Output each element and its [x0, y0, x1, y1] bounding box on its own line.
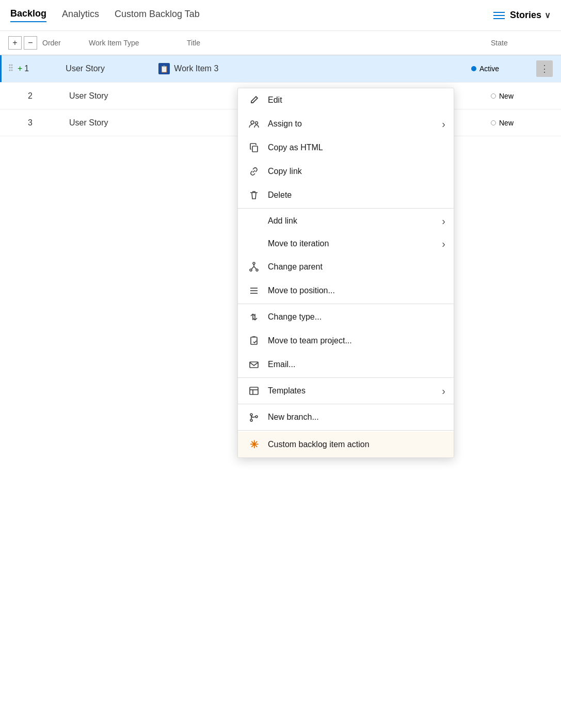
cell-state: Active: [471, 65, 533, 73]
cell-state: New: [491, 119, 553, 127]
svg-point-10: [250, 269, 252, 271]
nav-backlog[interactable]: Backlog: [10, 8, 46, 22]
svg-rect-16: [250, 362, 258, 368]
menu-item-edit[interactable]: Edit: [238, 88, 454, 112]
column-header-state: State: [491, 39, 553, 47]
svg-point-6: [251, 121, 254, 124]
clipboard-move-icon: [248, 336, 260, 346]
stories-dropdown-button[interactable]: Stories ∨: [510, 10, 551, 21]
menu-item-delete[interactable]: Delete: [238, 183, 454, 207]
svg-rect-8: [252, 146, 258, 152]
menu-item-custom-action[interactable]: ✳ Custom backlog item action: [238, 432, 454, 457]
menu-item-move-position-label: Move to position...: [268, 286, 443, 295]
column-header-title: Title: [187, 39, 486, 47]
nav-custom-tab[interactable]: Custom Backlog Tab: [115, 9, 200, 22]
view-options-icon[interactable]: [493, 12, 505, 19]
menu-item-add-link[interactable]: Add link: [238, 210, 454, 232]
cell-state: New: [491, 92, 553, 100]
context-menu-overlay: Edit Assign to Copy as HTML Copy link: [237, 88, 454, 458]
menu-item-assign-to-label: Assign to: [268, 119, 443, 129]
row-selection-indicator: [0, 55, 2, 82]
link-icon: [248, 166, 260, 177]
cell-order: 1: [24, 64, 66, 73]
table-header-row: + − Order Work Item Type Title State: [0, 31, 561, 55]
menu-item-move-iteration[interactable]: Move to iteration: [238, 232, 454, 255]
svg-point-5: [11, 70, 13, 71]
svg-point-3: [11, 67, 13, 69]
cell-type: User Story: [66, 64, 158, 73]
branch-icon: [248, 412, 260, 422]
collapse-all-button[interactable]: −: [24, 36, 37, 50]
menu-item-add-link-label: Add link: [268, 216, 443, 226]
expand-all-button[interactable]: +: [8, 36, 22, 50]
nav-analytics[interactable]: Analytics: [62, 9, 99, 22]
cell-order: 3: [28, 118, 69, 128]
drag-handle[interactable]: [8, 64, 15, 74]
expand-collapse-buttons: + −: [8, 36, 37, 50]
svg-point-21: [250, 419, 252, 421]
lines-icon: [248, 286, 260, 296]
envelope-icon: [248, 359, 260, 370]
menu-item-custom-action-label: Custom backlog item action: [268, 440, 443, 449]
state-indicator-dot: [491, 120, 496, 125]
svg-point-22: [255, 416, 258, 418]
menu-item-change-type-label: Change type...: [268, 312, 443, 322]
menu-item-change-type[interactable]: Change type...: [238, 305, 454, 329]
menu-item-move-iteration-label: Move to iteration: [268, 239, 443, 248]
menu-item-change-parent[interactable]: Change parent: [238, 255, 454, 279]
cell-type: User Story: [69, 91, 162, 101]
pencil-icon: [248, 95, 260, 105]
menu-item-move-project[interactable]: Move to team project...: [238, 329, 454, 353]
menu-item-email-label: Email...: [268, 360, 443, 369]
menu-item-move-position[interactable]: Move to position...: [238, 279, 454, 303]
chevron-down-icon: ∨: [544, 10, 551, 20]
context-menu: Edit Assign to Copy as HTML Copy link: [237, 88, 454, 458]
menu-item-move-project-label: Move to team project...: [268, 336, 443, 345]
menu-divider: [238, 377, 454, 378]
menu-divider: [238, 208, 454, 209]
column-header-order: Order: [42, 39, 84, 47]
svg-point-4: [9, 70, 11, 71]
column-header-type: Work Item Type: [89, 39, 182, 47]
row-add-child-button[interactable]: +: [18, 64, 22, 73]
arrows-icon: [248, 312, 260, 322]
cell-type: User Story: [69, 118, 162, 128]
work-item-type-icon: 📋: [158, 63, 170, 74]
svg-point-0: [9, 65, 11, 66]
svg-point-7: [255, 122, 258, 124]
menu-divider: [238, 404, 454, 404]
menu-item-new-branch[interactable]: New branch...: [238, 405, 454, 429]
menu-item-copy-link-label: Copy link: [268, 167, 443, 176]
svg-point-9: [253, 262, 255, 264]
person-group-icon: [248, 119, 260, 129]
cell-order: 2: [28, 91, 69, 101]
copy-icon: [248, 143, 260, 153]
menu-item-new-branch-label: New branch...: [268, 413, 443, 422]
menu-item-assign-to[interactable]: Assign to: [238, 112, 454, 136]
menu-item-email[interactable]: Email...: [238, 353, 454, 376]
svg-point-20: [250, 414, 252, 416]
hierarchy-icon: [248, 262, 260, 272]
menu-item-delete-label: Delete: [268, 191, 443, 200]
state-indicator-dot: [471, 66, 476, 71]
cell-title: 📋 Work Item 3: [158, 63, 471, 74]
menu-item-templates[interactable]: Templates: [238, 379, 454, 403]
menu-item-change-parent-label: Change parent: [268, 262, 443, 272]
svg-point-2: [9, 67, 11, 69]
menu-divider: [238, 430, 454, 431]
menu-item-edit-label: Edit: [268, 96, 443, 105]
row-context-menu-button[interactable]: ⋮: [536, 60, 553, 77]
svg-point-1: [11, 65, 13, 66]
table-row[interactable]: + 1 User Story 📋 Work Item 3 Active ⋮: [0, 55, 561, 83]
svg-point-11: [256, 269, 258, 271]
menu-divider: [238, 304, 454, 304]
menu-item-copy-link[interactable]: Copy link: [238, 160, 454, 183]
asterisk-icon: ✳: [248, 438, 260, 451]
menu-item-copy-html[interactable]: Copy as HTML: [238, 136, 454, 160]
table-list-icon: [248, 386, 260, 396]
menu-item-copy-html-label: Copy as HTML: [268, 143, 443, 152]
nav-right-controls: Stories ∨: [493, 10, 551, 21]
trash-icon: [248, 190, 260, 200]
state-indicator-dot: [491, 93, 496, 99]
menu-item-templates-label: Templates: [268, 386, 443, 395]
